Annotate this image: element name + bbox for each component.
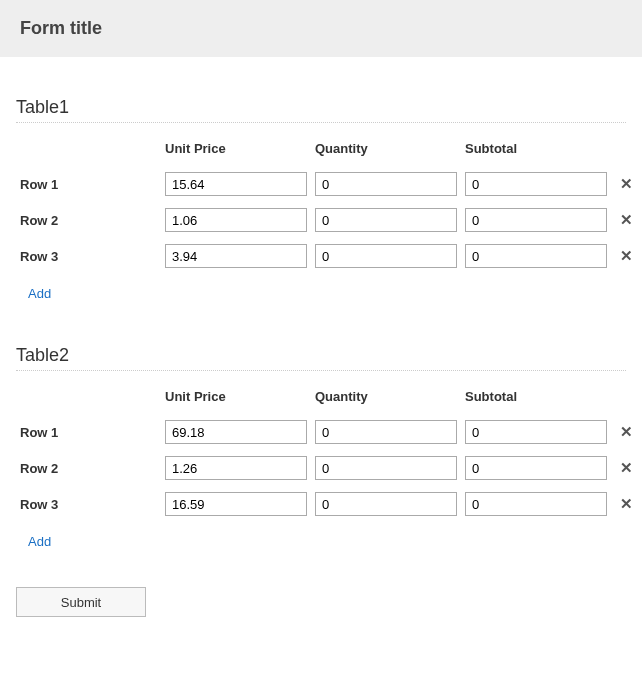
table-title: Table2: [16, 345, 626, 371]
table-row: Row 2 ✕: [16, 450, 641, 486]
table-row: Row 3 ✕: [16, 238, 641, 274]
unit-price-input[interactable]: [165, 244, 307, 268]
delete-row-icon[interactable]: ✕: [620, 175, 633, 192]
quantity-input[interactable]: [315, 172, 457, 196]
subtotal-input[interactable]: [465, 172, 607, 196]
table-1: Unit Price Quantity Subtotal Row 1 ✕ Row…: [16, 135, 641, 274]
subtotal-input[interactable]: [465, 420, 607, 444]
col-header-quantity: Quantity: [311, 383, 461, 414]
col-header-quantity: Quantity: [311, 135, 461, 166]
submit-area: Submit: [16, 587, 626, 617]
subtotal-input[interactable]: [465, 244, 607, 268]
subtotal-input[interactable]: [465, 456, 607, 480]
row-label: Row 1: [16, 414, 161, 450]
unit-price-input[interactable]: [165, 208, 307, 232]
delete-row-icon[interactable]: ✕: [620, 423, 633, 440]
col-header-subtotal: Subtotal: [461, 383, 611, 414]
table-row: Row 3 ✕: [16, 486, 641, 522]
form-title: Form title: [20, 18, 102, 38]
delete-row-icon[interactable]: ✕: [620, 459, 633, 476]
table-2: Unit Price Quantity Subtotal Row 1 ✕ Row…: [16, 383, 641, 522]
row-label: Row 3: [16, 486, 161, 522]
col-header-unit-price: Unit Price: [161, 383, 311, 414]
table-section-2: Table2 Unit Price Quantity Subtotal Row …: [16, 345, 626, 553]
unit-price-input[interactable]: [165, 456, 307, 480]
unit-price-input[interactable]: [165, 492, 307, 516]
form-header: Form title: [0, 0, 642, 57]
add-row-link[interactable]: Add: [16, 274, 55, 305]
table-row: Row 1 ✕: [16, 166, 641, 202]
table-row: Row 1 ✕: [16, 414, 641, 450]
col-header-subtotal: Subtotal: [461, 135, 611, 166]
row-label: Row 3: [16, 238, 161, 274]
quantity-input[interactable]: [315, 456, 457, 480]
delete-row-icon[interactable]: ✕: [620, 495, 633, 512]
table-section-1: Table1 Unit Price Quantity Subtotal Row …: [16, 97, 626, 305]
quantity-input[interactable]: [315, 208, 457, 232]
row-label: Row 1: [16, 166, 161, 202]
add-row-link[interactable]: Add: [16, 522, 55, 553]
row-label: Row 2: [16, 202, 161, 238]
unit-price-input[interactable]: [165, 172, 307, 196]
row-label: Row 2: [16, 450, 161, 486]
quantity-input[interactable]: [315, 492, 457, 516]
submit-button[interactable]: Submit: [16, 587, 146, 617]
form-content: Table1 Unit Price Quantity Subtotal Row …: [0, 97, 642, 637]
quantity-input[interactable]: [315, 420, 457, 444]
delete-row-icon[interactable]: ✕: [620, 247, 633, 264]
subtotal-input[interactable]: [465, 208, 607, 232]
table-row: Row 2 ✕: [16, 202, 641, 238]
col-header-unit-price: Unit Price: [161, 135, 311, 166]
table-title: Table1: [16, 97, 626, 123]
unit-price-input[interactable]: [165, 420, 307, 444]
delete-row-icon[interactable]: ✕: [620, 211, 633, 228]
quantity-input[interactable]: [315, 244, 457, 268]
subtotal-input[interactable]: [465, 492, 607, 516]
